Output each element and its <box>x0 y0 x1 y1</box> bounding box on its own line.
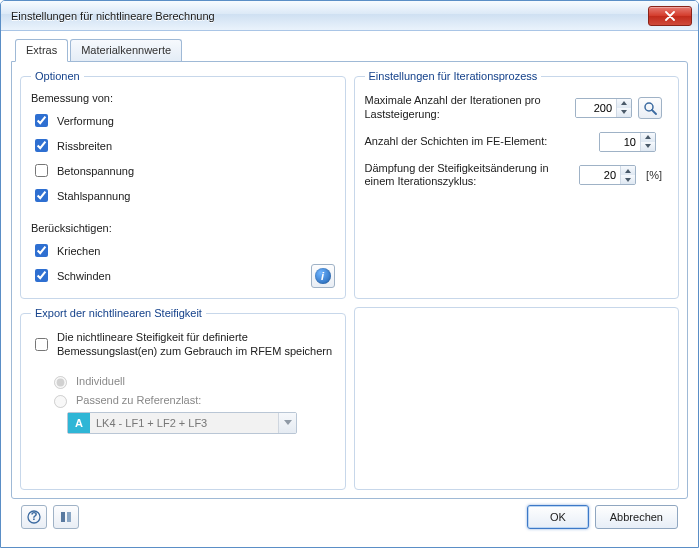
svg-rect-4 <box>61 512 65 522</box>
chevron-down-icon <box>645 144 651 148</box>
chk-verformung[interactable]: Verformung <box>31 111 335 130</box>
chk-schwinden-input[interactable] <box>35 269 48 282</box>
chk-store-stiffness-input[interactable] <box>35 338 48 351</box>
title-bar: Einstellungen für nichtlineare Berechnun… <box>1 1 698 31</box>
chk-betonspannung[interactable]: Betonspannung <box>31 161 335 180</box>
info-button[interactable]: i <box>311 264 335 288</box>
combo-dropdown-button <box>278 413 296 433</box>
damping-label: Dämpfung der Steifigkeitsänderung in ein… <box>365 162 574 190</box>
group-iteration: Einstellungen für Iterationsprozess Maxi… <box>354 70 680 299</box>
chevron-up-icon <box>621 101 627 105</box>
dialog-footer: ? OK Abbrechen <box>11 499 688 539</box>
client-area: Extras Materialkennwerte Optionen Bemess… <box>1 31 698 547</box>
chevron-up-icon <box>645 135 651 139</box>
layers-down[interactable] <box>641 142 655 151</box>
chk-kriechen[interactable]: Kriechen <box>31 241 112 260</box>
group-options: Optionen Bemessung von: Verformung Rissb… <box>20 70 346 299</box>
chk-betonspannung-input[interactable] <box>35 164 48 177</box>
chk-schwinden-label: Schwinden <box>57 270 111 282</box>
settings-button[interactable] <box>53 505 79 529</box>
magnifier-icon <box>643 101 657 115</box>
chk-kriechen-label: Kriechen <box>57 245 100 257</box>
max-iter-input[interactable] <box>576 99 616 117</box>
damping-unit: [%] <box>642 169 662 181</box>
tab-strip: Extras Materialkennwerte <box>11 39 688 62</box>
tab-extras[interactable]: Extras <box>15 39 68 62</box>
tab-materials[interactable]: Materialkennwerte <box>70 39 182 62</box>
chevron-down-icon <box>625 178 631 182</box>
layers-input[interactable] <box>600 133 640 151</box>
layers-label: Anzahl der Schichten im FE-Element: <box>365 135 594 149</box>
tab-extras-label: Extras <box>26 44 57 56</box>
chk-betonspannung-label: Betonspannung <box>57 165 134 177</box>
chk-stahlspannung-label: Stahlspannung <box>57 190 130 202</box>
chk-store-stiffness-label: Die nichtlineare Steifigkeit für definie… <box>57 330 335 359</box>
svg-rect-5 <box>67 512 71 522</box>
radio-passend-input <box>54 395 67 408</box>
ok-button[interactable]: OK <box>527 505 589 529</box>
max-iter-pick-button[interactable] <box>638 97 662 119</box>
dialog-window: Einstellungen für nichtlineare Berechnun… <box>0 0 699 548</box>
dialog-title: Einstellungen für nichtlineare Berechnun… <box>11 10 215 22</box>
damping-up[interactable] <box>621 166 635 175</box>
chk-verformung-input[interactable] <box>35 114 48 127</box>
damping-down[interactable] <box>621 175 635 184</box>
combo-text: LK4 - LF1 + LF2 + LF3 <box>90 413 278 433</box>
layers-spinner[interactable] <box>599 132 656 152</box>
svg-text:?: ? <box>31 510 38 522</box>
svg-line-1 <box>652 110 656 114</box>
chk-stahlspannung[interactable]: Stahlspannung <box>31 186 335 205</box>
damping-spinner[interactable] <box>579 165 636 185</box>
cancel-button-label: Abbrechen <box>610 511 663 523</box>
close-icon <box>665 11 675 21</box>
settings-icon <box>59 510 73 524</box>
close-button[interactable] <box>648 6 692 26</box>
radio-individuell: Individuell <box>49 373 335 389</box>
ok-button-label: OK <box>550 511 566 523</box>
radio-passend-label: Passend zu Referenzlast: <box>76 394 201 406</box>
empty-panel <box>354 307 680 490</box>
beruecksichtigen-label: Berücksichtigen: <box>31 222 112 234</box>
tab-page-extras: Optionen Bemessung von: Verformung Rissb… <box>11 61 688 499</box>
damping-input[interactable] <box>580 166 620 184</box>
help-button[interactable]: ? <box>21 505 47 529</box>
tab-materials-label: Materialkennwerte <box>81 44 171 56</box>
radio-individuell-label: Individuell <box>76 375 125 387</box>
group-export: Export der nichtlinearen Steifigkeit Die… <box>20 307 346 490</box>
max-iter-spinner[interactable] <box>575 98 632 118</box>
radio-passend: Passend zu Referenzlast: <box>49 392 335 408</box>
combo-badge: A <box>68 413 90 433</box>
group-export-legend: Export der nichtlinearen Steifigkeit <box>31 307 206 319</box>
reference-load-combo: A LK4 - LF1 + LF2 + LF3 <box>67 412 297 434</box>
radio-individuell-input <box>54 376 67 389</box>
group-options-legend: Optionen <box>31 70 84 82</box>
chk-rissbreiten[interactable]: Rissbreiten <box>31 136 335 155</box>
group-iteration-legend: Einstellungen für Iterationsprozess <box>365 70 542 82</box>
layers-up[interactable] <box>641 133 655 142</box>
chk-schwinden[interactable]: Schwinden <box>31 266 112 285</box>
max-iter-down[interactable] <box>617 108 631 117</box>
info-icon: i <box>315 268 331 284</box>
chk-verformung-label: Verformung <box>57 115 114 127</box>
chevron-down-icon <box>284 420 292 425</box>
chk-rissbreiten-input[interactable] <box>35 139 48 152</box>
chevron-up-icon <box>625 169 631 173</box>
help-icon: ? <box>27 510 41 524</box>
chevron-down-icon <box>621 110 627 114</box>
max-iter-up[interactable] <box>617 99 631 108</box>
max-iter-label: Maximale Anzahl der Iterationen pro Last… <box>365 94 570 122</box>
chk-kriechen-input[interactable] <box>35 244 48 257</box>
chk-stahlspannung-input[interactable] <box>35 189 48 202</box>
cancel-button[interactable]: Abbrechen <box>595 505 678 529</box>
chk-rissbreiten-label: Rissbreiten <box>57 140 112 152</box>
bemessung-von-label: Bemessung von: <box>31 92 335 104</box>
chk-store-stiffness[interactable]: Die nichtlineare Steifigkeit für definie… <box>31 330 335 359</box>
